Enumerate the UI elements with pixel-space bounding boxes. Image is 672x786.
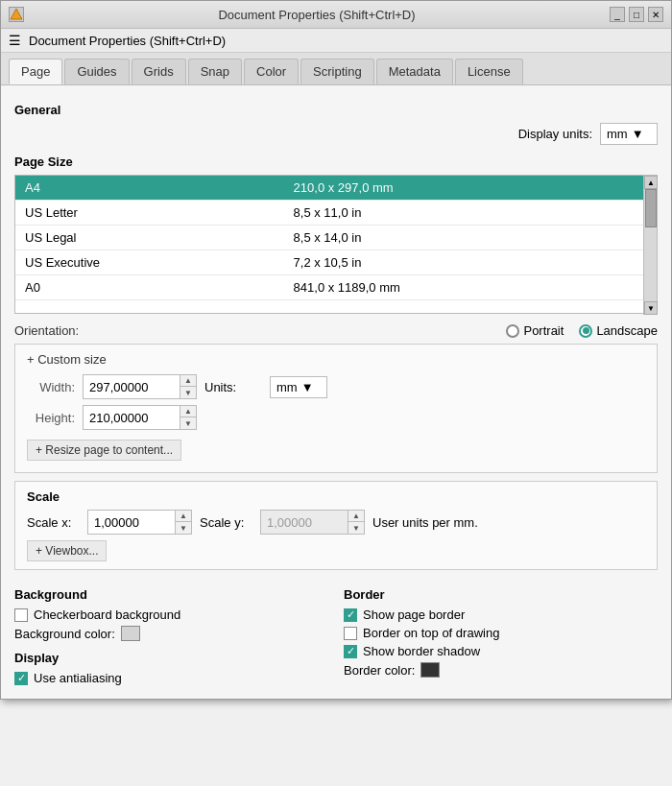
width-spinbox[interactable]: ▲ ▼ — [83, 374, 197, 399]
scale-y-label: Scale y: — [200, 515, 252, 530]
close-button[interactable]: ✕ — [648, 7, 663, 22]
page-size-name: A0 — [15, 275, 284, 300]
border-color-label: Border color: — [344, 663, 415, 678]
resize-page-button[interactable]: + Resize page to content... — [27, 440, 181, 461]
scale-x-up-arrow[interactable]: ▲ — [176, 511, 191, 522]
units-label: Units: — [204, 380, 262, 394]
menubar-title: Document Properties (Shift+Ctrl+D) — [29, 34, 226, 48]
page-size-scroll-content: A4210,0 x 297,0 mmUS Letter8,5 x 11,0 in… — [15, 176, 643, 313]
orientation-label: Orientation: — [14, 323, 79, 338]
scale-units-suffix: User units per mm. — [372, 515, 478, 530]
height-up-arrow[interactable]: ▲ — [180, 406, 196, 417]
bg-color-row: Background color: — [14, 626, 328, 641]
show-border-label: Show page border — [363, 607, 465, 622]
units-value: mm — [276, 380, 298, 394]
tab-guides[interactable]: Guides — [64, 59, 129, 84]
show-shadow-checkbox[interactable]: ✓ — [344, 645, 357, 658]
checkerboard-row: Checkerboard background — [14, 607, 328, 622]
page-size-row[interactable]: US Legal8,5 x 14,0 in — [15, 226, 643, 250]
custom-size-section: + Custom size Width: ▲ ▼ Units: mm ▼ — [14, 344, 658, 473]
scale-x-spinbox[interactable]: ▲ ▼ — [87, 510, 192, 535]
show-shadow-row: ✓ Show border shadow — [344, 644, 658, 658]
minimize-button[interactable]: _ — [610, 7, 625, 22]
scale-x-input[interactable] — [88, 511, 175, 534]
scrollbar-thumb[interactable] — [645, 189, 657, 227]
page-size-dimensions: 8,5 x 11,0 in — [284, 201, 643, 226]
page-size-table: A4210,0 x 297,0 mmUS Letter8,5 x 11,0 in… — [15, 176, 643, 300]
antialias-checkbox[interactable]: ✓ — [14, 672, 28, 685]
tab-page[interactable]: Page — [9, 59, 62, 84]
custom-size-title: + Custom size — [27, 352, 645, 367]
scale-row: Scale x: ▲ ▼ Scale y: ▲ ▼ User uni — [27, 510, 645, 535]
scale-y-up-arrow: ▲ — [348, 511, 364, 522]
scrollbar-down-button[interactable]: ▼ — [644, 301, 658, 315]
display-units-label: Display units: — [518, 127, 592, 141]
bg-color-label: Background color: — [14, 627, 115, 641]
scale-x-down-arrow[interactable]: ▼ — [176, 522, 191, 534]
display-title: Display — [14, 651, 328, 665]
scrollbar-up-button[interactable]: ▲ — [644, 176, 658, 189]
orientation-radio-group: Portrait Landscape — [506, 323, 658, 338]
border-top-checkbox[interactable] — [344, 627, 357, 640]
portrait-radio[interactable] — [506, 324, 519, 338]
border-color-swatch[interactable] — [420, 662, 440, 678]
page-size-row[interactable]: A4210,0 x 297,0 mm — [15, 176, 643, 201]
general-title: General — [14, 103, 658, 117]
page-size-name: US Executive — [15, 250, 284, 275]
portrait-label: Portrait — [523, 323, 564, 338]
page-size-dimensions: 8,5 x 14,0 in — [284, 226, 643, 250]
height-row: Height: ▲ ▼ — [27, 405, 645, 430]
border-top-row: Border on top of drawing — [344, 626, 658, 640]
height-input[interactable] — [84, 406, 180, 429]
tab-scripting[interactable]: Scripting — [300, 59, 374, 84]
orientation-row: Orientation: Portrait Landscape — [14, 323, 658, 338]
tab-grids[interactable]: Grids — [132, 59, 186, 84]
display-units-row: Display units: mm ▼ — [14, 123, 658, 145]
page-size-name: A4 — [15, 176, 284, 201]
border-top-label: Border on top of drawing — [363, 626, 499, 640]
page-size-scrollbar[interactable]: ▲ ▼ — [643, 176, 657, 315]
width-input[interactable] — [84, 375, 180, 398]
menubar: ☰ Document Properties (Shift+Ctrl+D) — [1, 29, 671, 53]
landscape-option[interactable]: Landscape — [579, 323, 658, 338]
bg-color-swatch[interactable] — [121, 626, 140, 641]
show-shadow-label: Show border shadow — [363, 644, 480, 658]
page-size-title: Page Size — [14, 155, 658, 169]
maximize-button[interactable]: □ — [629, 7, 644, 22]
svg-marker-0 — [11, 9, 22, 19]
height-spinbox[interactable]: ▲ ▼ — [83, 405, 197, 430]
checkerboard-label: Checkerboard background — [34, 607, 180, 622]
window: Document Properties (Shift+Ctrl+D) _ □ ✕… — [0, 0, 672, 700]
page-size-name: US Legal — [15, 226, 284, 250]
page-size-row[interactable]: US Letter8,5 x 11,0 in — [15, 201, 643, 226]
height-down-arrow[interactable]: ▼ — [180, 417, 196, 429]
width-up-arrow[interactable]: ▲ — [180, 375, 196, 387]
tab-snap[interactable]: Snap — [188, 59, 242, 84]
page-size-row[interactable]: A0841,0 x 1189,0 mm — [15, 275, 643, 300]
landscape-radio[interactable] — [579, 324, 592, 338]
antialias-row: ✓ Use antialiasing — [14, 671, 328, 685]
viewbox-button[interactable]: + Viewbox... — [27, 540, 107, 561]
border-section: Border ✓ Show page border Border on top … — [344, 580, 658, 689]
border-title: Border — [344, 587, 658, 602]
landscape-label: Landscape — [596, 323, 658, 338]
width-arrows: ▲ ▼ — [180, 375, 196, 398]
show-border-checkbox[interactable]: ✓ — [344, 608, 357, 622]
height-arrows: ▲ ▼ — [180, 406, 196, 429]
width-down-arrow[interactable]: ▼ — [180, 387, 196, 398]
tab-color[interactable]: Color — [244, 59, 299, 84]
units-select[interactable]: mm ▼ — [270, 376, 327, 398]
tab-license[interactable]: License — [455, 59, 523, 84]
portrait-option[interactable]: Portrait — [506, 323, 564, 338]
display-units-select[interactable]: mm ▼ — [600, 123, 658, 145]
page-size-row[interactable]: US Executive7,2 x 10,5 in — [15, 250, 643, 275]
tab-metadata[interactable]: Metadata — [376, 59, 453, 84]
page-size-name: US Letter — [15, 201, 284, 226]
border-color-row: Border color: — [344, 662, 658, 678]
checkerboard-checkbox[interactable] — [14, 608, 28, 622]
width-label: Width: — [27, 380, 75, 394]
page-size-dimensions: 841,0 x 1189,0 mm — [284, 275, 643, 300]
titlebar: Document Properties (Shift+Ctrl+D) _ □ ✕ — [1, 1, 671, 29]
page-size-table-container: A4210,0 x 297,0 mmUS Letter8,5 x 11,0 in… — [14, 175, 658, 314]
units-arrow: ▼ — [301, 380, 314, 394]
